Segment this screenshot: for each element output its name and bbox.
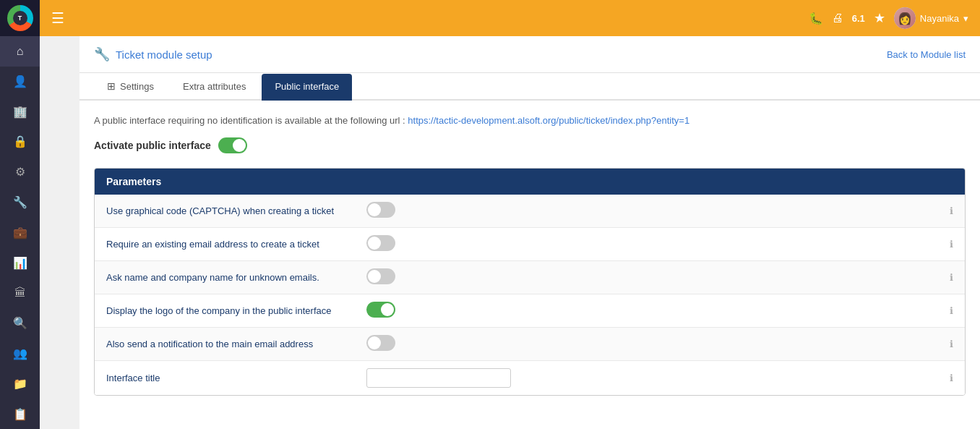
param-row-captcha: Use graphical code (CAPTCHA) when creati… <box>95 195 965 228</box>
toggle-slider <box>366 268 395 284</box>
param-label-notification: Also send a notification to the main ema… <box>106 339 366 349</box>
param-toggle-name[interactable] <box>366 268 395 284</box>
sidebar-item-bank[interactable]: 🏛 <box>0 278 40 308</box>
avatar: 👩 <box>894 7 916 29</box>
param-control-captcha <box>366 202 410 220</box>
sidebar-item-briefcase[interactable]: 💼 <box>0 217 40 247</box>
param-label-name: Ask name and company name for unknown em… <box>106 272 366 283</box>
activate-toggle-slider <box>218 137 247 153</box>
breadcrumb-title: Ticket module setup <box>116 48 212 61</box>
version-label: 6.1 <box>852 13 865 24</box>
params-header: Parameters <box>95 169 965 195</box>
user-menu[interactable]: 👩 Nayanika ▾ <box>894 7 968 29</box>
url-notice: A public interface requiring no identifi… <box>94 115 966 126</box>
param-info-name[interactable]: ℹ <box>950 272 953 283</box>
param-info-logo[interactable]: ℹ <box>950 305 953 316</box>
toggle-slider <box>366 202 395 218</box>
back-to-module-list-link[interactable]: Back to Module list <box>887 49 966 60</box>
settings-tab-icon: ⊞ <box>107 80 116 92</box>
param-toggle-notification[interactable] <box>366 335 395 351</box>
breadcrumb-bar: 🔧 Ticket module setup Back to Module lis… <box>79 36 980 73</box>
main-content: 🔧 Ticket module setup Back to Module lis… <box>79 36 980 429</box>
public-interface-tab-label: Public interface <box>275 81 339 92</box>
param-control-title <box>366 368 511 388</box>
toggle-slider <box>366 235 395 251</box>
activate-row: Activate public interface <box>94 137 966 153</box>
toggle-slider <box>366 302 395 318</box>
sidebar-item-user[interactable]: 👤 <box>0 67 40 97</box>
topbar: ☰ 🐛 🖨 6.1 ★ 👩 Nayanika ▾ <box>40 0 980 36</box>
sidebar-item-folder[interactable]: 📁 <box>0 368 40 399</box>
breadcrumb-icon: 🔧 <box>94 46 110 62</box>
param-label-title: Interface title <box>106 373 366 383</box>
sidebar-item-gear[interactable]: ⚙ <box>0 157 40 187</box>
settings-tab-label: Settings <box>120 81 154 92</box>
sidebar-logo: T <box>0 0 40 36</box>
param-row-logo: Display the logo of the company in the p… <box>95 294 965 328</box>
param-label-captcha: Use graphical code (CAPTCHA) when creati… <box>106 205 366 216</box>
sidebar-item-search[interactable]: 🔍 <box>0 308 40 339</box>
tab-settings[interactable]: ⊞ Settings <box>94 73 167 101</box>
param-info-email[interactable]: ℹ <box>950 239 953 250</box>
sidebar-item-users[interactable]: 👥 <box>0 339 40 369</box>
extra-attributes-tab-label: Extra attributes <box>183 81 246 92</box>
params-table: Parameters Use graphical code (CAPTCHA) … <box>94 168 966 396</box>
print-icon[interactable]: 🖨 <box>832 12 843 25</box>
avatar-image: 👩 <box>894 7 916 29</box>
param-control-name <box>366 268 410 286</box>
tab-public-interface[interactable]: Public interface <box>262 74 352 101</box>
param-row-notification: Also send a notification to the main ema… <box>95 328 965 361</box>
param-control-email <box>366 235 410 253</box>
sidebar-item-wrench[interactable]: 🔧 <box>0 187 40 218</box>
param-info-title[interactable]: ℹ <box>950 373 953 383</box>
activate-toggle[interactable] <box>218 137 247 153</box>
public-url-link[interactable]: https://tactic-development.alsoft.org/pu… <box>408 115 689 126</box>
sidebar-item-chart[interactable]: 📊 <box>0 247 40 278</box>
activate-label: Activate public interface <box>94 140 211 151</box>
param-label-logo: Display the logo of the company in the p… <box>106 305 366 316</box>
user-name: Nayanika <box>920 13 959 24</box>
param-control-notification <box>366 335 410 353</box>
sidebar-item-lock[interactable]: 🔒 <box>0 127 40 157</box>
param-toggle-email[interactable] <box>366 235 395 251</box>
dropdown-icon: ▾ <box>963 13 968 24</box>
param-row-email: Require an existing email address to cre… <box>95 228 965 261</box>
topbar-right: 🐛 🖨 6.1 ★ 👩 Nayanika ▾ <box>809 7 968 29</box>
sidebar-item-building[interactable]: 🏢 <box>0 96 40 127</box>
bug-icon[interactable]: 🐛 <box>809 12 823 25</box>
param-info-notification[interactable]: ℹ <box>950 339 953 349</box>
sidebar-item-clipboard[interactable]: 📋 <box>0 399 40 429</box>
tab-extra-attributes[interactable]: Extra attributes <box>170 74 259 101</box>
breadcrumb-left: 🔧 Ticket module setup <box>94 46 212 62</box>
param-control-logo <box>366 302 410 320</box>
toggle-slider <box>366 335 395 351</box>
tabs: ⊞ Settings Extra attributes Public inter… <box>79 73 980 101</box>
sidebar-item-home[interactable]: ⌂ <box>0 36 40 67</box>
url-notice-text: A public interface requiring no identifi… <box>94 115 405 126</box>
param-toggle-captcha[interactable] <box>366 202 395 218</box>
param-row-name: Ask name and company name for unknown em… <box>95 261 965 294</box>
param-label-email: Require an existing email address to cre… <box>106 239 366 250</box>
interface-title-input[interactable] <box>366 368 511 388</box>
hamburger-icon[interactable]: ☰ <box>51 9 64 27</box>
param-info-captcha[interactable]: ℹ <box>950 205 953 216</box>
sidebar: T ⌂ 👤 🏢 🔒 ⚙ 🔧 💼 📊 🏛 🔍 👥 📁 📋 <box>0 0 40 429</box>
content-area: A public interface requiring no identifi… <box>79 101 980 410</box>
param-toggle-logo[interactable] <box>366 302 395 318</box>
star-icon[interactable]: ★ <box>874 10 885 26</box>
param-row-title: Interface title ℹ <box>95 361 965 395</box>
